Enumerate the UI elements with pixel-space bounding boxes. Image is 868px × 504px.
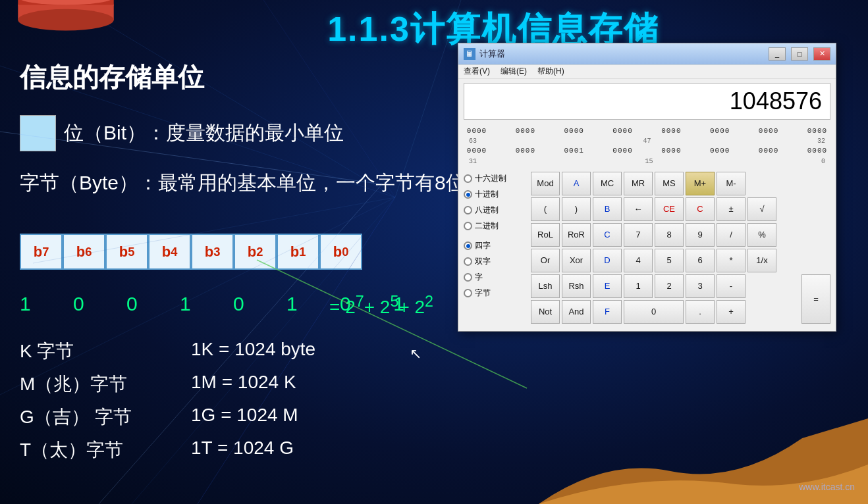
btn-8[interactable]: 8 bbox=[655, 223, 684, 247]
radio-oct-dot[interactable] bbox=[464, 206, 472, 214]
btn-row-5-left: Lsh Rsh E 1 2 3 - Not And F 0 . + bbox=[531, 274, 800, 326]
website-label: www.itcast.cn bbox=[799, 482, 855, 492]
btn-3[interactable]: 3 bbox=[686, 274, 715, 298]
calculator-titlebar: 🖩 计算器 _ □ ✕ bbox=[458, 43, 836, 64]
bit-numbers-1: 63 47 32 bbox=[464, 137, 830, 146]
btn-d[interactable]: D bbox=[593, 249, 622, 272]
btn-plusminus[interactable]: ± bbox=[717, 197, 746, 221]
btn-mr[interactable]: MR bbox=[624, 172, 653, 195]
btn-decimal[interactable]: . bbox=[686, 300, 715, 324]
svg-line-9 bbox=[99, 184, 382, 504]
radio-word-dot[interactable] bbox=[464, 273, 472, 282]
btn-c[interactable]: C bbox=[686, 197, 715, 221]
btn-9[interactable]: 9 bbox=[686, 223, 715, 247]
btn-mc[interactable]: MC bbox=[593, 172, 622, 195]
btn-not[interactable]: Not bbox=[531, 300, 560, 324]
radio-dword[interactable]: 双字 bbox=[464, 255, 526, 269]
btn-5[interactable]: 5 bbox=[655, 249, 684, 272]
radio-byte[interactable]: 字节 bbox=[464, 286, 526, 301]
radio-qword-dot[interactable] bbox=[464, 241, 472, 250]
btn-row-5-area: Lsh Rsh E 1 2 3 - Not And F 0 . + bbox=[531, 274, 830, 326]
btn-rol[interactable]: RoL bbox=[531, 223, 560, 247]
btn-b[interactable]: B bbox=[593, 197, 622, 221]
btn-and[interactable]: And bbox=[562, 300, 591, 324]
radio-qword-label: 四字 bbox=[475, 240, 491, 251]
bit-row-1: 0000 0000 0000 0000 0000 0000 0000 0000 bbox=[464, 126, 830, 136]
btn-1[interactable]: 1 bbox=[624, 274, 653, 298]
btn-reciprocal[interactable]: 1/x bbox=[747, 249, 776, 272]
radio-bin[interactable]: 二进制 bbox=[464, 219, 526, 234]
btn-or[interactable]: Or bbox=[531, 249, 560, 272]
radio-dword-dot[interactable] bbox=[464, 257, 472, 266]
btn-xor[interactable]: Xor bbox=[562, 249, 591, 272]
menu-help[interactable]: 帮助(H) bbox=[537, 66, 564, 77]
menu-view[interactable]: 查看(V) bbox=[464, 66, 490, 77]
radio-oct[interactable]: 八进制 bbox=[464, 203, 526, 218]
btn-lparen[interactable]: ( bbox=[531, 197, 560, 221]
radio-oct-label: 八进制 bbox=[475, 205, 499, 216]
btn-percent[interactable]: % bbox=[747, 223, 776, 247]
btn-7[interactable]: 7 bbox=[624, 223, 653, 247]
radio-hex-label: 十六进制 bbox=[475, 173, 506, 184]
btn-rsh[interactable]: Rsh bbox=[562, 274, 591, 298]
radio-byte-label: 字节 bbox=[475, 288, 491, 299]
radio-hex-dot[interactable] bbox=[464, 174, 472, 183]
calculator-window: 🖩 计算器 _ □ ✕ 查看(V) 编辑(E) 帮助(H) 1048576 00… bbox=[458, 43, 836, 332]
svg-point-12 bbox=[18, 9, 113, 31]
btn-row-2: ( ) B ← CE C ± √ bbox=[531, 197, 830, 221]
btn-c-hex[interactable]: C bbox=[593, 223, 622, 247]
btn-a[interactable]: A bbox=[562, 172, 591, 195]
svg-line-5 bbox=[0, 197, 395, 395]
bit-row-2: 0000 0000 0001 0000 0000 0000 0000 0000 bbox=[464, 146, 830, 156]
btn-multiply[interactable]: * bbox=[717, 249, 746, 272]
btn-4[interactable]: 4 bbox=[624, 249, 653, 272]
radio-bin-dot[interactable] bbox=[464, 222, 472, 230]
btn-ce[interactable]: CE bbox=[655, 197, 684, 221]
btn-mod[interactable]: Mod bbox=[531, 172, 560, 195]
calc-right-panel: Mod A MC MR MS M+ M- ( ) B ← CE C ± √ bbox=[531, 169, 836, 331]
maximize-button[interactable]: □ bbox=[791, 47, 808, 61]
calc-left-panel: 十六进制 十进制 八进制 二进制 四字 双字 bbox=[458, 169, 531, 331]
bit-numbers-2: 31 15 0 bbox=[464, 157, 830, 166]
btn-e[interactable]: E bbox=[593, 274, 622, 298]
close-button[interactable]: ✕ bbox=[813, 47, 830, 61]
minimize-button[interactable]: _ bbox=[769, 47, 786, 61]
btn-backspace[interactable]: ← bbox=[624, 197, 653, 221]
btn-6[interactable]: 6 bbox=[686, 249, 715, 272]
radio-dec[interactable]: 十进制 bbox=[464, 188, 526, 202]
btn-divide[interactable]: / bbox=[717, 223, 746, 247]
btn-row-5: Lsh Rsh E 1 2 3 - bbox=[531, 274, 800, 298]
btn-minus[interactable]: - bbox=[717, 274, 746, 298]
radio-bin-label: 二进制 bbox=[475, 220, 499, 232]
radio-dec-label: 十进制 bbox=[475, 189, 499, 200]
calc-title-text: 计算器 bbox=[479, 48, 763, 60]
calc-app-icon: 🖩 bbox=[464, 48, 475, 60]
btn-sqrt[interactable]: √ bbox=[747, 197, 776, 221]
radio-dec-dot[interactable] bbox=[464, 190, 472, 199]
btn-ms[interactable]: MS bbox=[655, 172, 684, 195]
radio-word[interactable]: 字 bbox=[464, 270, 526, 285]
radio-hex[interactable]: 十六进制 bbox=[464, 172, 526, 186]
btn-row-1: Mod A MC MR MS M+ M- bbox=[531, 172, 830, 195]
btn-mminus[interactable]: M- bbox=[717, 172, 746, 195]
btn-2[interactable]: 2 bbox=[655, 274, 684, 298]
btn-ror[interactable]: RoR bbox=[562, 223, 591, 247]
btn-row-6: Not And F 0 . + bbox=[531, 300, 800, 324]
btn-rparen[interactable]: ) bbox=[562, 197, 591, 221]
cursor-icon: ↖ bbox=[410, 345, 421, 363]
svg-line-2 bbox=[132, 197, 395, 504]
btn-mplus[interactable]: M+ bbox=[686, 172, 715, 195]
radio-word-label: 字 bbox=[475, 272, 483, 283]
btn-f[interactable]: F bbox=[593, 300, 622, 324]
db-icon bbox=[0, 0, 145, 46]
menu-edit[interactable]: 编辑(E) bbox=[501, 66, 527, 77]
btn-equals[interactable]: = bbox=[801, 274, 830, 324]
btn-row-4: Or Xor D 4 5 6 * 1/x bbox=[531, 249, 830, 272]
display-value: 1048576 bbox=[730, 88, 822, 115]
svg-line-6 bbox=[198, 197, 395, 504]
radio-qword[interactable]: 四字 bbox=[464, 239, 526, 253]
radio-byte-dot[interactable] bbox=[464, 289, 472, 297]
btn-lsh[interactable]: Lsh bbox=[531, 274, 560, 298]
btn-plus[interactable]: + bbox=[717, 300, 746, 324]
btn-0[interactable]: 0 bbox=[624, 300, 684, 324]
